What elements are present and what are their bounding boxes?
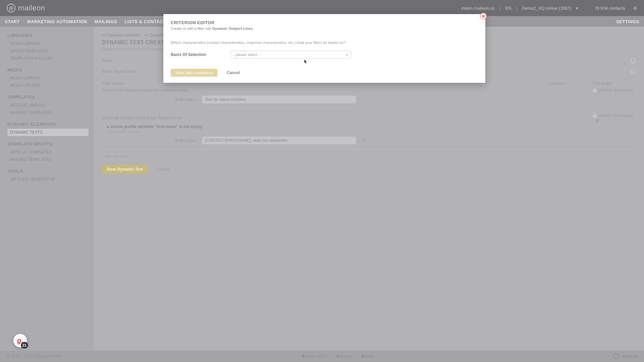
chevron-down-icon: ▾ [346,53,348,57]
basis-of-selection-label: Basis Of Selection [171,52,221,57]
modal-title: CRITERION EDITOR [171,20,478,25]
help-chip-badge: 21 [21,342,28,349]
select-placeholder: - please select - [233,53,260,57]
modal-subtitle: Create or edit a filter rule Dynamic Sub… [171,26,478,31]
criterion-editor-modal: ✕ CRITERION EDITOR Create or edit a filt… [163,14,485,83]
basis-of-selection-select[interactable]: - please select - ▾ [230,51,351,59]
save-filter-conditions-button[interactable]: Save filter conditions [171,69,217,77]
help-chip[interactable]: g. 21 [13,334,27,347]
close-icon[interactable]: ✕ [480,13,487,19]
modal-cancel-button[interactable]: Cancel [222,69,245,77]
modal-question: Which characteristics (contact character… [171,41,478,45]
